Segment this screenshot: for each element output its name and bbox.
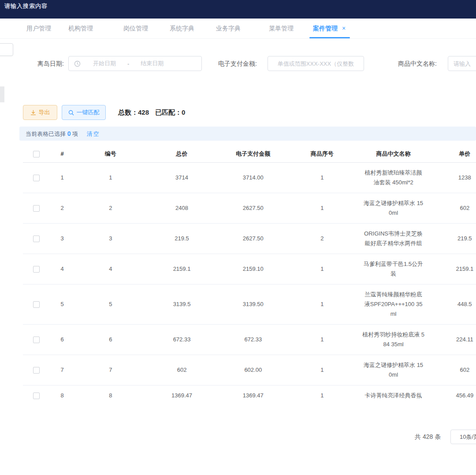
- row-checkbox[interactable]: [33, 393, 40, 399]
- table-row: 8 8 1369.47 1369.47 1 卡诗菁纯亮泽经典香氛 456.49: [23, 385, 476, 400]
- cell-total: 602: [146, 355, 218, 385]
- row-checkbox[interactable]: [33, 266, 40, 273]
- depart-date-range-picker[interactable]: 开始日期 - 结束日期: [68, 56, 202, 71]
- export-button[interactable]: 导出: [23, 105, 57, 120]
- page-size-select[interactable]: 10条/页: [450, 430, 476, 444]
- cell-epay: 672.33: [217, 325, 289, 355]
- cell-index: 6: [50, 325, 75, 355]
- cell-code: 5: [75, 284, 146, 325]
- data-table: # 编号 总价 电子支付金额 商品序号 商品中文名称 单价 1 1 3714 3…: [23, 146, 476, 399]
- cell-total: 3139.5: [146, 284, 218, 325]
- tabbar: 用户管理 机构管理 岗位管理 系统字典 业务字典 菜单管理 案件管理×: [0, 19, 476, 39]
- export-button-label: 导出: [39, 108, 50, 116]
- tab-post-management[interactable]: 岗位管理: [123, 19, 148, 38]
- table-header-row: # 编号 总价 电子支付金额 商品序号 商品中文名称 单价: [23, 146, 476, 163]
- cell-code: 8: [75, 385, 146, 400]
- clear-selection-link[interactable]: 清空: [87, 131, 100, 137]
- table-row: 7 7 602 602.00 1 海蓝之谜修护精萃水 150ml 602: [23, 355, 476, 385]
- cell-index: 5: [50, 284, 75, 325]
- row-checkbox[interactable]: [33, 205, 40, 212]
- selection-prefix: 当前表格已选择: [26, 131, 66, 137]
- cell-name: 植村秀新琥珀臻萃洁颜油套装 450ml*2: [362, 168, 425, 187]
- tab-system-dict[interactable]: 系统字典: [170, 19, 194, 38]
- selection-info-bar: 当前表格已选择 0 项 清空: [19, 127, 476, 141]
- col-index: #: [50, 146, 75, 163]
- row-checkbox[interactable]: [33, 367, 40, 374]
- epay-amount-label: 电子支付金额:: [218, 56, 257, 71]
- row-checkbox[interactable]: [33, 236, 40, 242]
- date-range-separator: -: [127, 60, 129, 67]
- download-icon: [30, 110, 36, 116]
- cell-index: 3: [50, 224, 75, 254]
- cell-name: 马爹利蓝带干邑1.5公升装: [362, 259, 425, 279]
- clock-icon: [74, 60, 81, 67]
- cell-code: 3: [75, 224, 146, 254]
- col-name: 商品中文名称: [355, 146, 431, 163]
- product-name-input[interactable]: [448, 56, 476, 71]
- cell-epay: 2159.10: [217, 254, 289, 284]
- cell-code: 1: [75, 163, 146, 193]
- cell-unit: 602: [431, 355, 476, 385]
- row-checkbox[interactable]: [33, 337, 40, 343]
- depart-date-label: 离岛日期:: [37, 56, 64, 71]
- row-checkbox[interactable]: [33, 175, 40, 181]
- close-icon[interactable]: ×: [342, 25, 346, 32]
- tab-business-dict[interactable]: 业务字典: [216, 19, 241, 38]
- product-name-label: 商品中文名称:: [398, 56, 437, 71]
- tab-case-management[interactable]: 案件管理×: [313, 19, 346, 38]
- selection-count: 0: [67, 130, 71, 137]
- cell-seq: 1: [289, 355, 355, 385]
- cell-total: 672.33: [146, 325, 218, 355]
- one-click-match-button[interactable]: 一键匹配: [62, 105, 106, 120]
- select-all-checkbox[interactable]: [33, 151, 40, 157]
- global-search-input[interactable]: 请输入搜索内容: [4, 2, 48, 10]
- left-edge-fragment: [0, 86, 4, 102]
- tab-org-management[interactable]: 机构管理: [68, 19, 93, 38]
- cell-unit: 1238: [431, 163, 476, 193]
- cell-code: 6: [75, 325, 146, 355]
- col-total: 总价: [146, 146, 218, 163]
- left-panel-fragment: [0, 43, 13, 56]
- table-row: 5 5 3139.5 3139.50 1 兰蔻菁纯臻颜精华粉底液SPF20PA+…: [23, 284, 476, 325]
- cell-seq: 1: [289, 284, 355, 325]
- cell-code: 2: [75, 193, 146, 224]
- cell-epay: 602.00: [217, 355, 289, 385]
- active-tab-underline: [309, 37, 350, 38]
- tab-menu-management[interactable]: 菜单管理: [269, 19, 294, 38]
- cell-epay: 3139.50: [217, 284, 289, 325]
- cell-total: 3714: [146, 163, 218, 193]
- col-code: 编号: [75, 146, 146, 163]
- col-unit: 单价: [431, 146, 476, 163]
- cell-index: 8: [50, 385, 75, 400]
- cell-name: 兰蔻菁纯臻颜精华粉底液SPF20PA+++100 35 ml: [362, 290, 425, 319]
- cell-seq: 1: [289, 385, 355, 400]
- cell-unit: 224.11: [431, 325, 476, 355]
- cell-seq: 1: [289, 325, 355, 355]
- start-date-input[interactable]: 开始日期: [93, 60, 116, 67]
- row-checkbox[interactable]: [33, 301, 40, 308]
- epay-amount-input[interactable]: [268, 56, 364, 71]
- search-icon: [68, 110, 74, 116]
- selection-suffix: 项: [72, 131, 78, 137]
- topbar: 请输入搜索内容: [0, 0, 476, 19]
- cell-total: 2159.1: [146, 254, 218, 284]
- matched-label: 已匹配：: [155, 108, 182, 116]
- cell-unit: 2159.1: [431, 254, 476, 284]
- cell-index: 7: [50, 355, 75, 385]
- tab-user-management[interactable]: 用户管理: [26, 19, 51, 38]
- cell-epay: 3714.00: [217, 163, 289, 193]
- cell-epay: 2627.50: [217, 193, 289, 224]
- cell-code: 4: [75, 254, 146, 284]
- cell-epay: 1369.47: [217, 385, 289, 400]
- cell-seq: 1: [289, 254, 355, 284]
- tab-case-management-label: 案件管理: [313, 25, 338, 32]
- table-row: 3 3 219.5 2627.50 2 ORIGINS韦博士灵芝焕能好底子精华水…: [23, 224, 476, 254]
- cell-unit: 219.5: [431, 224, 476, 254]
- end-date-input[interactable]: 结束日期: [141, 60, 164, 67]
- total-value: 428: [138, 108, 149, 116]
- cell-unit: 602: [431, 193, 476, 224]
- cell-seq: 1: [289, 163, 355, 193]
- table-row: 4 4 2159.1 2159.10 1 马爹利蓝带干邑1.5公升装 2159.…: [23, 254, 476, 284]
- cell-name: 海蓝之谜修护精萃水 150ml: [362, 198, 425, 218]
- pagination-total: 共 428 条: [415, 433, 441, 441]
